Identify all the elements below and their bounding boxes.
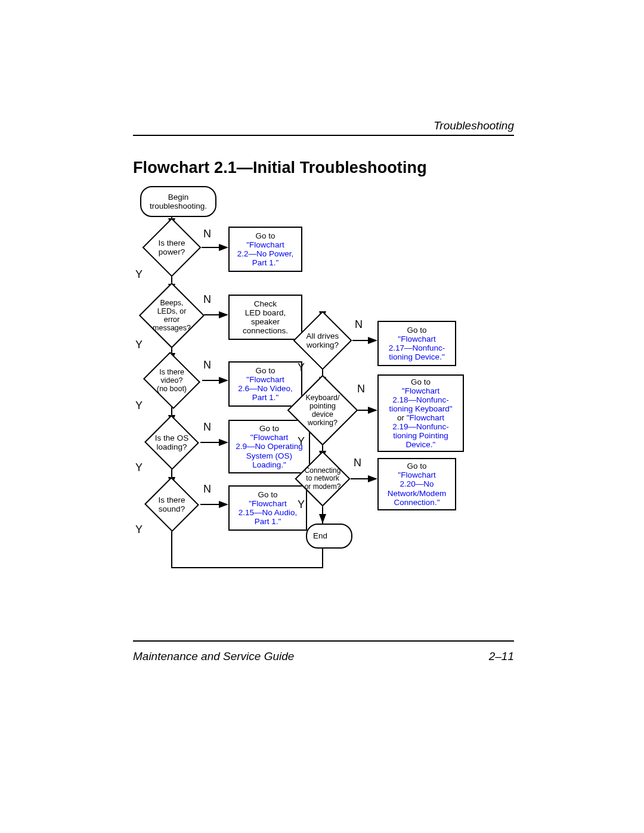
decision-os-label: Is the OSloading?	[152, 423, 191, 462]
ref-flowchart-2-2[interactable]: Go to "Flowchart2.2—No Power,Part 1."	[228, 227, 302, 272]
header-rule	[133, 135, 514, 136]
decision-os: Is the OSloading?	[152, 423, 191, 462]
decision-keyboard: Keyboard/pointingdeviceworking?	[298, 385, 348, 435]
decision-sound-label: Is theresound?	[152, 485, 191, 524]
link-text[interactable]: "Flowchart2.20—NoNetwork/ModemConnection…	[388, 470, 446, 506]
decision-sound: Is theresound?	[152, 485, 191, 524]
ref-flowchart-2-17[interactable]: Go to "Flowchart2.17—Nonfunc-tioning Dev…	[377, 321, 456, 366]
edge-label-n: N	[203, 483, 211, 496]
link-text[interactable]: "Flowchart2.18—Nonfunc-tioning Keyboard"	[389, 386, 452, 413]
ref-flowchart-2-15[interactable]: Go to "Flowchart2.15—No Audio,Part 1."	[228, 485, 307, 531]
edge-label-y: Y	[135, 524, 143, 536]
or-label: or	[397, 413, 404, 422]
flowchart-diagram: Begintroubleshooting. Is therepower? N Y…	[133, 185, 515, 578]
edge-label-y: Y	[298, 498, 305, 511]
link-text[interactable]: "Flowchart2.2—No Power,Part 1."	[237, 240, 294, 267]
link-text[interactable]: "Flowchart2.9—No OperatingSystem (OS)Loa…	[236, 433, 303, 469]
edge-label-n: N	[203, 421, 211, 433]
edge-label-n: N	[354, 457, 361, 469]
page-title: Flowchart 2.1—Initial Troubleshooting	[133, 159, 427, 177]
ref-flowchart-2-20[interactable]: Go to "Flowchart2.20—NoNetwork/ModemConn…	[377, 458, 456, 510]
decision-beeps-label: Beeps,LEDs, or errormessages?	[148, 292, 195, 339]
edge-label-y: Y	[298, 361, 305, 374]
goto-label: Go to	[255, 231, 275, 240]
ref-flowchart-2-6[interactable]: Go to "Flowchart2.6—No Video,Part 1."	[228, 361, 302, 407]
edge-label-y: Y	[298, 435, 305, 448]
decision-power: Is therepower?	[151, 227, 193, 268]
footer-guide-title: Maintenance and Service Guide	[133, 650, 294, 663]
goto-label: Go to	[411, 377, 431, 386]
decision-keyboard-label: Keyboard/pointingdeviceworking?	[298, 385, 348, 435]
goto-label: Go to	[259, 424, 279, 433]
goto-label: Go to	[255, 366, 275, 375]
link-text[interactable]: "Flowchart2.17—Nonfunc-tioning Device."	[389, 335, 445, 361]
process-text: CheckLED board,speakerconnections.	[243, 299, 288, 335]
decision-network: Connectingto networkor modem?	[303, 459, 342, 498]
decision-video: Is there video?(no boot)	[150, 361, 193, 400]
decision-power-label: Is therepower?	[151, 227, 193, 268]
goto-label: Go to	[258, 490, 277, 499]
page-number: 2–11	[489, 650, 514, 663]
decision-drives-label: All drivesworking?	[302, 320, 343, 361]
terminator-end: End	[306, 524, 352, 549]
process-check-led: CheckLED board,speakerconnections.	[228, 295, 302, 340]
edge-label-y: Y	[135, 400, 143, 412]
terminator-begin: Begintroubleshooting.	[140, 186, 216, 217]
edge-label-y: Y	[135, 268, 143, 281]
decision-video-label: Is there video?(no boot)	[150, 361, 193, 400]
decision-network-label: Connectingto networkor modem?	[303, 459, 342, 498]
chapter-header: Troubleshooting	[434, 119, 514, 132]
edge-label-y: Y	[135, 339, 143, 351]
goto-label: Go to	[407, 326, 426, 335]
edge-label-y: Y	[135, 462, 143, 474]
decision-drives: All drivesworking?	[302, 320, 343, 361]
ref-flowchart-2-18-2-19[interactable]: Go to "Flowchart2.18—Nonfunc-tioning Key…	[377, 374, 464, 452]
goto-label: Go to	[407, 462, 426, 470]
link-text[interactable]: "Flowchart2.15—No Audio,Part 1."	[239, 499, 297, 526]
edge-label-n: N	[203, 293, 211, 306]
edge-label-n: N	[203, 359, 211, 371]
edge-label-n: N	[203, 228, 211, 240]
footer-rule	[133, 640, 514, 642]
link-text[interactable]: "Flowchart2.6—No Video,Part 1."	[238, 375, 292, 402]
edge-label-n: N	[355, 318, 363, 331]
edge-label-n: N	[357, 383, 365, 395]
decision-beeps: Beeps,LEDs, or errormessages?	[148, 292, 195, 339]
